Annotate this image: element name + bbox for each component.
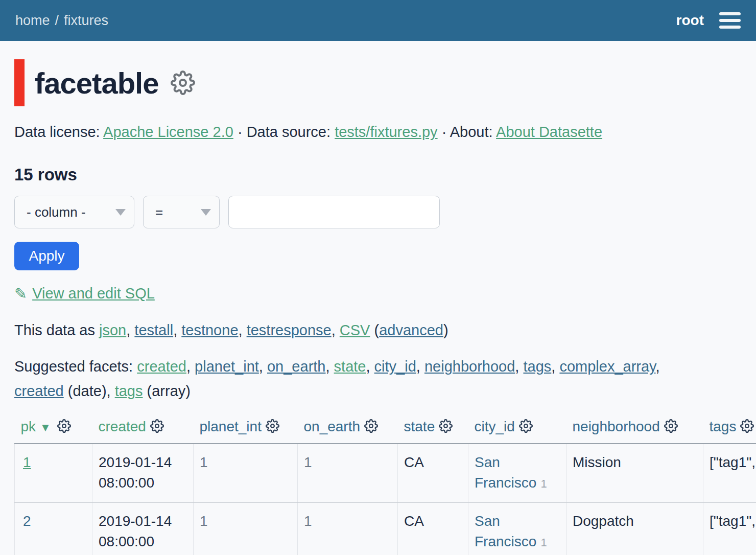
- title-row: facetable: [14, 59, 756, 106]
- filter-value-input[interactable]: [228, 196, 440, 228]
- text: ,: [186, 358, 195, 375]
- pencil-icon: ✎: [14, 285, 27, 303]
- cell-on-earth: 1: [298, 444, 398, 503]
- source-link[interactable]: tests/fixtures.py: [335, 124, 437, 140]
- export-links-line: This data as json, testall, testnone, te…: [14, 322, 756, 339]
- column-gear-icon[interactable]: [519, 419, 533, 433]
- sort-on-earth-link[interactable]: on_earth: [304, 419, 361, 434]
- text: ,: [239, 322, 247, 338]
- city-link[interactable]: San Francisco: [475, 454, 536, 491]
- about-link[interactable]: About Datasette: [496, 124, 602, 140]
- facet-state[interactable]: state: [334, 358, 366, 375]
- breadcrumb-separator: /: [55, 13, 59, 28]
- facet-planet-int[interactable]: planet_int: [195, 358, 259, 375]
- cell-tags: ["tag1", "tag2"]: [703, 444, 756, 503]
- chevron-down-icon: [201, 209, 211, 216]
- facet-neighborhood[interactable]: neighborhood: [424, 358, 515, 375]
- row-pk-link[interactable]: 1: [23, 454, 31, 470]
- export-link-testall[interactable]: testall: [134, 322, 173, 338]
- breadcrumb: home/fixtures: [15, 13, 108, 29]
- column-header-created: created: [92, 414, 194, 444]
- text: ,: [259, 358, 267, 375]
- page-title: facetable: [35, 66, 158, 100]
- data-license-label: Data license:: [14, 124, 103, 140]
- sort-neighborhood-link[interactable]: neighborhood: [573, 419, 660, 434]
- main-content: facetable Data license: Apache License 2…: [0, 59, 756, 555]
- table-header-row: pk▼ created planet_int on_earth state ci…: [15, 414, 756, 444]
- sort-state-link[interactable]: state: [404, 419, 435, 434]
- row-count-heading: 15 rows: [14, 165, 756, 184]
- license-link[interactable]: Apache License 2.0: [103, 124, 233, 140]
- operator-select[interactable]: =: [143, 196, 220, 228]
- sort-city-id-link[interactable]: city_id: [475, 419, 515, 434]
- fk-raw-value: 1: [540, 536, 547, 549]
- text: ,: [173, 322, 181, 338]
- sort-desc-icon: ▼: [40, 421, 51, 434]
- column-header-neighborhood: neighborhood: [566, 414, 703, 444]
- export-link-json[interactable]: json: [99, 322, 126, 338]
- data-source-label: Data source:: [247, 124, 335, 140]
- facets-prefix: Suggested facets:: [14, 358, 137, 375]
- column-header-planet-int: planet_int: [194, 414, 298, 444]
- chevron-down-icon: [115, 209, 126, 216]
- column-select-value: - column -: [27, 204, 86, 220]
- hamburger-bar: [719, 19, 741, 22]
- filter-row: - column - =: [14, 196, 756, 228]
- text: (array): [143, 383, 191, 399]
- apply-button[interactable]: Apply: [14, 242, 79, 270]
- city-link[interactable]: San Francisco: [475, 513, 536, 549]
- row-pk-link[interactable]: 2: [23, 513, 31, 529]
- hamburger-bar: [719, 12, 741, 15]
- view-edit-sql-link[interactable]: View and edit SQL: [32, 285, 155, 302]
- facet-on-earth[interactable]: on_earth: [267, 358, 326, 375]
- export-link-testnone[interactable]: testnone: [181, 322, 238, 338]
- operator-select-value: =: [155, 204, 163, 220]
- column-gear-icon[interactable]: [266, 419, 279, 433]
- cell-tags: ["tag1", "tag3"]: [703, 503, 756, 555]
- column-header-pk: pk▼: [15, 414, 92, 444]
- sort-planet-int-link[interactable]: planet_int: [200, 419, 262, 434]
- column-gear-icon[interactable]: [740, 419, 754, 433]
- facets-line-1: Suggested facets: created, planet_int, o…: [14, 354, 756, 379]
- cell-created: 2019-01-14 08:00:00: [92, 503, 194, 555]
- facet-tags[interactable]: tags: [523, 358, 551, 375]
- cell-created: 2019-01-14 08:00:00: [92, 444, 194, 503]
- column-gear-icon[interactable]: [57, 419, 71, 433]
- title-accent-bar: [14, 59, 25, 106]
- column-gear-icon[interactable]: [439, 419, 453, 433]
- sql-link-row: ✎ View and edit SQL: [14, 285, 756, 303]
- cell-state: CA: [398, 444, 468, 503]
- table-settings-gear-icon[interactable]: [171, 71, 195, 95]
- export-link-testresponse[interactable]: testresponse: [247, 322, 332, 338]
- facet-created-date[interactable]: created: [14, 383, 64, 399]
- facet-tags-array[interactable]: tags: [115, 383, 143, 399]
- sort-pk-link[interactable]: pk: [21, 419, 36, 434]
- facet-complex-array[interactable]: complex_array: [559, 358, 655, 375]
- suggested-facets: Suggested facets: created, planet_int, o…: [14, 354, 756, 403]
- text: ,: [515, 358, 523, 375]
- column-select[interactable]: - column -: [14, 196, 134, 228]
- hamburger-menu-icon[interactable]: [719, 10, 741, 31]
- export-link-csv[interactable]: CSV: [340, 322, 370, 338]
- export-link-advanced[interactable]: advanced: [379, 322, 443, 338]
- breadcrumb-home[interactable]: home: [15, 13, 50, 28]
- column-header-tags: tags: [703, 414, 756, 444]
- sort-created-link[interactable]: created: [99, 419, 146, 434]
- column-gear-icon[interactable]: [364, 419, 378, 433]
- fk-raw-value: 1: [540, 477, 547, 490]
- table-row: 2 2019-01-14 08:00:00 1 1 CA San Francis…: [15, 503, 756, 555]
- column-gear-icon[interactable]: [150, 419, 164, 433]
- logged-in-user[interactable]: root: [676, 12, 704, 29]
- breadcrumb-fixtures[interactable]: fixtures: [64, 13, 108, 28]
- cell-neighborhood: Mission: [566, 444, 703, 503]
- sort-tags-link[interactable]: tags: [710, 419, 737, 434]
- facet-city-id[interactable]: city_id: [374, 358, 416, 375]
- cell-pk: 1: [15, 444, 92, 503]
- cell-city-id: San Francisco1: [468, 503, 566, 555]
- text: (: [370, 322, 379, 338]
- facet-created[interactable]: created: [137, 358, 186, 375]
- cell-pk: 2: [15, 503, 92, 555]
- column-gear-icon[interactable]: [664, 419, 678, 433]
- table-row: 1 2019-01-14 08:00:00 1 1 CA San Francis…: [15, 444, 756, 503]
- text: ,: [416, 358, 424, 375]
